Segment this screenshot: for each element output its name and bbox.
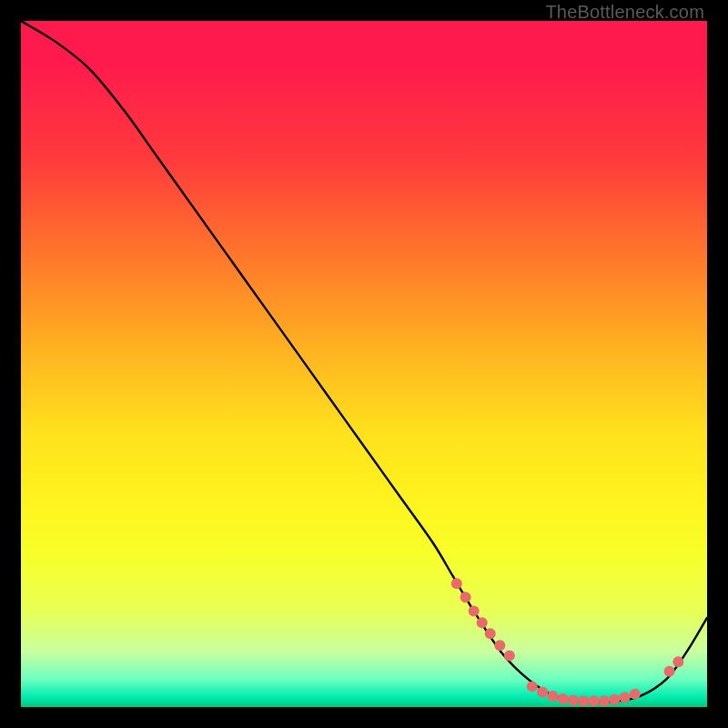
curve-markers	[451, 578, 684, 706]
marker-point	[485, 628, 496, 639]
marker-point	[547, 691, 558, 702]
marker-point	[568, 694, 579, 705]
marker-point	[469, 605, 480, 616]
marker-point	[477, 617, 488, 628]
marker-point	[599, 695, 610, 706]
marker-point	[451, 578, 462, 589]
curve-line	[21, 21, 707, 703]
marker-point	[672, 656, 683, 667]
marker-point	[504, 650, 515, 661]
plot-area	[21, 21, 707, 707]
marker-point	[578, 695, 589, 706]
marker-point	[664, 666, 675, 677]
marker-point	[589, 695, 600, 706]
marker-point	[460, 592, 471, 602]
chart-frame: TheBottleneck.com	[0, 0, 728, 728]
marker-point	[494, 640, 505, 651]
marker-point	[630, 689, 641, 700]
marker-point	[537, 686, 548, 697]
marker-point	[558, 693, 569, 704]
chart-svg	[21, 21, 707, 707]
marker-point	[620, 692, 631, 703]
marker-point	[527, 681, 538, 692]
attribution-text: TheBottleneck.com	[545, 2, 704, 23]
marker-point	[609, 694, 620, 705]
